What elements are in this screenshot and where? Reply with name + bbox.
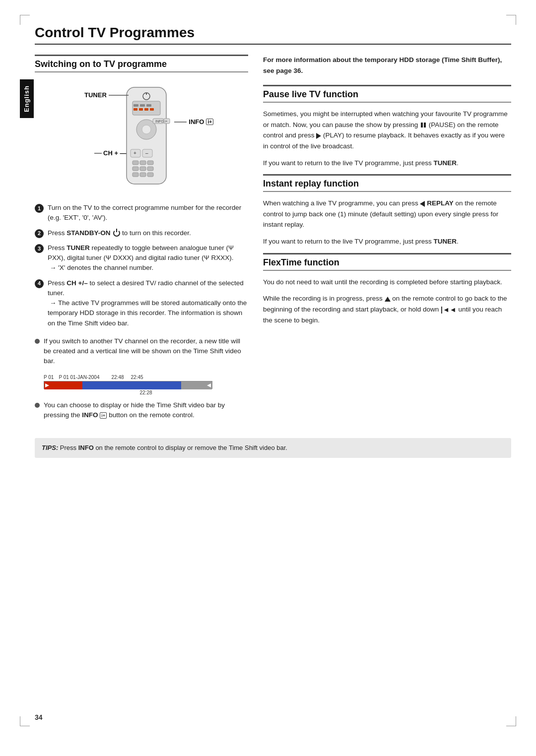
bullets-list: If you switch to another TV channel on t… <box>35 336 248 367</box>
timeshift-bar: P 01 P 01 01-JAN-2004 22:48 22:45 <box>44 375 248 395</box>
bullet-text-2: You can choose to display or hide the Ti… <box>44 400 248 421</box>
main-content: Control TV Programmes Switching on to TV… <box>35 0 511 458</box>
play-icon <box>316 133 321 139</box>
svg-rect-4 <box>134 104 138 107</box>
step-num-4: 4 <box>35 279 44 288</box>
step-3: 3 Press TUNER repeatedly to toggle betwe… <box>35 243 248 273</box>
page-number: 34 <box>35 713 43 721</box>
svg-rect-21 <box>133 161 138 165</box>
right-column: For more information about the temporary… <box>263 55 511 332</box>
remote-illustration: INFO i+ + – <box>45 82 248 193</box>
remote-svg: INFO i+ + – <box>112 82 181 191</box>
bullet-2: You can choose to display or hide the Ti… <box>35 400 248 421</box>
svg-rect-36 <box>424 123 426 127</box>
replay-section-heading: Instant replay function <box>263 174 511 192</box>
step-num-3: 3 <box>35 244 44 253</box>
step-num-1: 1 <box>35 204 44 213</box>
replay-para-1: When watching a live TV programme, you c… <box>263 198 511 230</box>
svg-rect-27 <box>133 173 138 177</box>
sidebar-language-tab: English <box>20 79 34 118</box>
tips-text: Press INFO on the remote control to disp… <box>60 444 287 451</box>
svg-text:INFO: INFO <box>155 120 164 123</box>
svg-rect-7 <box>134 108 137 111</box>
ts-bar-visual <box>44 381 212 389</box>
svg-rect-25 <box>140 167 146 171</box>
info-label: INFO i+ <box>174 118 213 126</box>
svg-rect-5 <box>140 104 145 107</box>
step-num-2: 2 <box>35 229 44 238</box>
svg-text:–: – <box>145 150 148 156</box>
svg-rect-28 <box>140 173 146 177</box>
step-1: 1 Turn on the TV to the correct programm… <box>35 203 248 223</box>
step-2: 2 Press STANDBY-ON to turn on this recor… <box>35 228 248 238</box>
tips-box: TIPS: Press INFO on the remote control t… <box>35 438 511 458</box>
svg-rect-6 <box>146 104 151 107</box>
bullets-list-2: You can choose to display or hide the Ti… <box>35 400 248 421</box>
tips-label: TIPS: <box>42 444 58 451</box>
two-column-layout: Switching on to TV programme <box>35 55 511 428</box>
svg-rect-10 <box>150 108 154 111</box>
step-text-4: Press CH +/– to select a desired TV/ rad… <box>48 278 248 328</box>
step-text-2: Press STANDBY-ON to turn on this recorde… <box>48 228 248 238</box>
pause-para-2: If you want to return to the live TV pro… <box>263 158 511 169</box>
replay-icon <box>420 201 425 207</box>
corner-tr <box>506 15 516 25</box>
hdd-note: For more information about the temporary… <box>263 55 511 76</box>
bullet-text-1: If you switch to another TV channel on t… <box>44 336 248 367</box>
svg-rect-22 <box>140 161 146 165</box>
standby-icon <box>113 230 120 237</box>
svg-marker-34 <box>207 383 211 387</box>
svg-rect-8 <box>139 108 143 111</box>
step-text-1: Turn on the TV to the correct programme … <box>48 203 248 223</box>
svg-text:i+: i+ <box>165 120 168 123</box>
svg-rect-26 <box>147 167 153 171</box>
left-section-heading: Switching on to TV programme <box>35 55 248 72</box>
bullet-dot-1 <box>35 339 40 344</box>
sidebar-label: English <box>23 85 30 112</box>
flextime-section-heading: FlexTime function <box>263 253 511 271</box>
corner-bl <box>20 716 30 726</box>
left-column: Switching on to TV programme <box>35 55 248 428</box>
page-wrapper: English Control TV Programmes Switching … <box>0 0 536 756</box>
ts-bottom-label: 22:28 <box>44 390 248 395</box>
step-4: 4 Press CH +/– to select a desired TV/ r… <box>35 278 248 328</box>
svg-rect-9 <box>144 108 148 111</box>
corner-tl <box>20 15 30 25</box>
pause-icon <box>420 122 427 128</box>
svg-point-12 <box>142 125 151 134</box>
svg-marker-33 <box>45 383 49 387</box>
page-title: Control TV Programmes <box>35 25 511 45</box>
left-section-title: Switching on to TV programme <box>35 59 167 69</box>
svg-text:+: + <box>134 150 136 156</box>
corner-br <box>506 716 516 726</box>
up-triangle-icon <box>385 297 391 302</box>
svg-rect-24 <box>133 167 138 171</box>
pause-para-1: Sometimes, you might be interrupted when… <box>263 109 511 151</box>
replay-para-2: If you want to return to the live TV pro… <box>263 236 511 247</box>
steps-list: 1 Turn on the TV to the correct programm… <box>35 203 248 328</box>
flextime-para-1: You do not need to wait until the record… <box>263 277 511 288</box>
ch-label: CH + — <box>94 149 127 157</box>
bullet-dot-2 <box>35 403 40 408</box>
bullet-1: If you switch to another TV channel on t… <box>35 336 248 367</box>
skip-back-icon: |◄◄ <box>441 306 457 314</box>
pause-section-heading: Pause live TV function <box>263 85 511 103</box>
svg-rect-35 <box>421 123 423 127</box>
ts-labels: P 01 P 01 01-JAN-2004 22:48 22:45 <box>44 375 248 380</box>
step-text-3: Press TUNER repeatedly to toggle between… <box>48 243 248 273</box>
flextime-para-2: While the recording is in progress, pres… <box>263 293 511 326</box>
svg-rect-23 <box>147 161 153 165</box>
svg-rect-29 <box>147 173 153 177</box>
tuner-label: TUNER <box>84 91 129 99</box>
